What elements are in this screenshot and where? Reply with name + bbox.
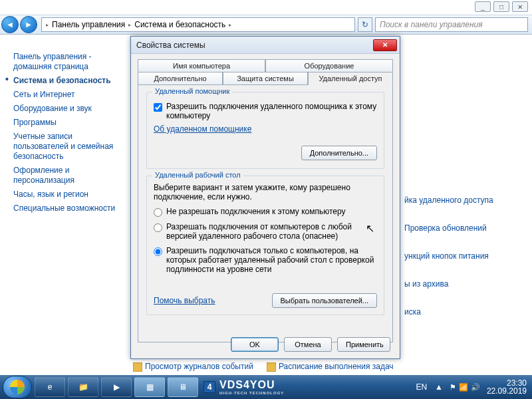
tab-computer-name[interactable]: Имя компьютера bbox=[138, 59, 265, 72]
brand-sub: HIGH-TECH TECHNOLOGY bbox=[219, 391, 284, 395]
chevron-icon: ▸ bbox=[227, 22, 233, 28]
tab-system-protection[interactable]: Защита системы bbox=[223, 72, 308, 85]
schedule-icon bbox=[267, 362, 276, 372]
taskbar-media[interactable]: ▶ bbox=[101, 377, 132, 397]
ok-button[interactable]: OK bbox=[231, 337, 279, 352]
dialog-close-button[interactable]: ✕ bbox=[373, 39, 397, 51]
watermark: 4 VDS4YOU HIGH-TECH TECHNOLOGY bbox=[203, 379, 284, 395]
sidebar-item-network[interactable]: Сеть и Интернет bbox=[13, 90, 122, 100]
breadcrumb[interactable]: Панель управления bbox=[50, 20, 127, 29]
sidebar-item-clock[interactable]: Часы, язык и регион bbox=[13, 190, 122, 200]
computer-icon: 🖥 bbox=[179, 382, 187, 392]
language-indicator[interactable]: EN bbox=[413, 381, 430, 393]
taskbar-system-props[interactable]: 🖥 bbox=[168, 377, 198, 397]
select-users-button[interactable]: Выбрать пользователей... bbox=[272, 293, 378, 308]
system-tray: EN ▲ ⚑📶🔊 23:30 22.09.2019 bbox=[413, 379, 529, 395]
tab-hardware[interactable]: Оборудование bbox=[265, 59, 393, 72]
folder-icon: 📁 bbox=[78, 382, 88, 392]
sidebar-item-hardware[interactable]: Оборудование и звук bbox=[13, 104, 122, 114]
radio-input[interactable] bbox=[154, 247, 162, 256]
radio-dont-allow[interactable]: Не разрешать подключения к этому компьют… bbox=[154, 207, 377, 217]
clock[interactable]: 23:30 22.09.2019 bbox=[487, 379, 527, 395]
group-remote-assistance: Удаленный помощник Разрешить подключения… bbox=[146, 92, 384, 169]
sidebar-item-appearance[interactable]: Оформление и персонализация bbox=[13, 166, 122, 186]
brand-badge: 4 bbox=[203, 381, 215, 393]
ie-icon: e bbox=[48, 382, 53, 392]
date: 22.09.2019 bbox=[487, 387, 527, 395]
sidebar-item-users[interactable]: Учетные записи пользователей и семейная … bbox=[13, 132, 122, 162]
back-button[interactable]: ◄ bbox=[1, 16, 19, 33]
taskbar-control-panel[interactable]: ▦ bbox=[134, 377, 165, 397]
control-panel-sidebar: Панель управления - домашняя страница Си… bbox=[0, 41, 126, 224]
network-icon[interactable]: 📶 bbox=[459, 383, 468, 391]
sidebar-home[interactable]: Панель управления - домашняя страница bbox=[13, 52, 122, 72]
start-button[interactable] bbox=[3, 376, 32, 398]
tab-advanced[interactable]: Дополнительно bbox=[138, 72, 223, 85]
media-icon: ▶ bbox=[114, 382, 120, 392]
tab-remote-body: Удаленный помощник Разрешить подключения… bbox=[138, 84, 393, 342]
radio-label: Разрешить подключаться только с компьюте… bbox=[166, 246, 377, 274]
window-close[interactable]: ✕ bbox=[512, 1, 528, 12]
tray-icons[interactable]: ⚑📶🔊 bbox=[448, 382, 481, 392]
dialog-title: Свойства системы bbox=[136, 41, 373, 50]
link-remote-access[interactable]: йка удаленного доступа bbox=[404, 196, 524, 205]
flag-icon[interactable]: ⚑ bbox=[450, 383, 456, 391]
chevron-icon: ▸ bbox=[127, 22, 132, 28]
group-intro: Выберите вариант и затем укажите, кому р… bbox=[154, 183, 377, 201]
refresh-button[interactable]: ↻ bbox=[358, 17, 372, 32]
sidebar-item-programs[interactable]: Программы bbox=[13, 118, 122, 128]
checkbox-input[interactable] bbox=[154, 103, 162, 112]
taskbar: e 📁 ▶ ▦ 🖥 4 VDS4YOU HIGH-TECH TECHNOLOGY… bbox=[0, 375, 532, 399]
link-power-buttons[interactable]: ункций кнопок питания bbox=[404, 251, 524, 261]
taskbar-explorer[interactable]: 📁 bbox=[68, 377, 98, 397]
link-about-remote-assistance[interactable]: Об удаленном помощнике bbox=[154, 124, 251, 134]
log-icon bbox=[133, 362, 142, 372]
group-legend: Удаленный помощник bbox=[152, 87, 232, 95]
tray-up-icon[interactable]: ▲ bbox=[435, 382, 443, 392]
radio-allow-nla[interactable]: Разрешить подключаться только с компьюте… bbox=[154, 246, 377, 274]
volume-icon[interactable]: 🔊 bbox=[471, 383, 480, 391]
radio-input[interactable] bbox=[154, 223, 162, 232]
group-remote-desktop: Удаленный рабочий стол Выберите вариант … bbox=[146, 176, 384, 315]
link-from-archive[interactable]: ы из архива bbox=[404, 279, 524, 289]
apply-button[interactable]: Применить bbox=[337, 337, 390, 352]
radio-label: Не разрешать подключения к этому компьют… bbox=[166, 207, 346, 216]
sidebar-item-system-security[interactable]: Система и безопасность bbox=[13, 76, 122, 86]
dialog-titlebar[interactable]: Свойства системы ✕ bbox=[131, 37, 400, 54]
taskbar-ie[interactable]: e bbox=[35, 377, 65, 397]
link-task-scheduler[interactable]: Расписание выполнения задач bbox=[267, 362, 394, 372]
forward-button[interactable]: ► bbox=[20, 16, 37, 33]
cancel-button[interactable]: Отмена bbox=[284, 337, 332, 352]
checkbox-allow-remote-assistance[interactable]: Разрешить подключения удаленного помощни… bbox=[154, 102, 377, 120]
explorer-navbar: ◄ ► ▸ Панель управления ▸ Система и безо… bbox=[0, 15, 532, 35]
advanced-button[interactable]: Дополнительно... bbox=[301, 146, 377, 160]
radio-input[interactable] bbox=[154, 208, 162, 217]
bottom-links: Просмотр журналов событий Расписание вып… bbox=[133, 362, 394, 372]
window-minimize[interactable]: _ bbox=[475, 1, 491, 12]
radio-label: Разрешать подключения от компьютеров с л… bbox=[166, 222, 377, 241]
search-input[interactable]: Поиск в панели управления bbox=[375, 17, 528, 32]
system-properties-dialog: Свойства системы ✕ Имя компьютера Оборуд… bbox=[130, 36, 400, 359]
checkbox-label: Разрешить подключения удаленного помощни… bbox=[166, 102, 377, 120]
radio-allow-any[interactable]: Разрешать подключения от компьютеров с л… bbox=[154, 222, 377, 241]
tab-remote[interactable]: Удаленный доступ bbox=[308, 72, 393, 85]
link-disk[interactable]: иска bbox=[404, 307, 524, 317]
sidebar-item-accessibility[interactable]: Специальные возможности bbox=[13, 203, 122, 213]
group-legend: Удаленный рабочий стол bbox=[152, 171, 243, 179]
link-event-logs[interactable]: Просмотр журналов событий bbox=[133, 362, 253, 372]
right-panel-links: йка удаленного доступа Проверка обновлен… bbox=[404, 188, 524, 335]
brand-text: VDS4YOU bbox=[219, 379, 284, 391]
window-maximize[interactable]: □ bbox=[493, 1, 509, 12]
link-help-choose[interactable]: Помочь выбрать bbox=[154, 296, 215, 305]
control-panel-icon: ▦ bbox=[146, 382, 154, 392]
link-check-updates[interactable]: Проверка обновлений bbox=[404, 223, 524, 233]
windows-logo-icon bbox=[10, 380, 25, 394]
breadcrumb[interactable]: Система и безопасность bbox=[132, 20, 227, 29]
chevron-icon: ▸ bbox=[45, 22, 50, 28]
address-bar[interactable]: ▸ Панель управления ▸ Система и безопасн… bbox=[41, 17, 355, 32]
